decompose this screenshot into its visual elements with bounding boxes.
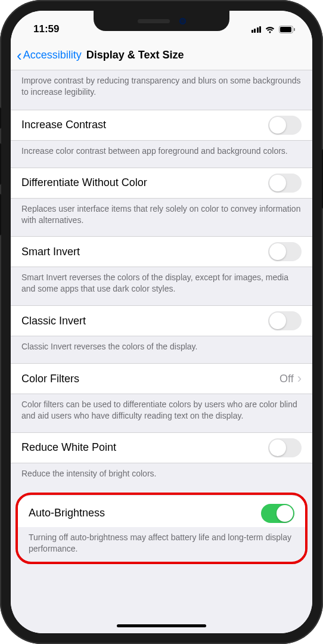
row-label: Auto-Brightness: [29, 507, 105, 519]
differentiate-without-color-toggle[interactable]: [268, 174, 302, 193]
row-footer: Increase color contrast between app fore…: [11, 141, 312, 168]
row-label: Color Filters: [21, 373, 79, 385]
classic-invert-row[interactable]: Classic Invert: [11, 305, 312, 336]
battery-icon: [279, 26, 296, 33]
row-label: Classic Invert: [21, 315, 86, 327]
volume-up-button: [0, 143, 1, 185]
row-value-text: Off: [279, 373, 294, 385]
svg-rect-2: [294, 28, 295, 31]
row-footer: Replaces user interface items that rely …: [11, 199, 312, 237]
row-footer: Classic Invert reverses the colors of th…: [11, 336, 312, 363]
row-footer: Reduce the intensity of bright colors.: [11, 463, 312, 490]
svg-rect-1: [280, 27, 291, 32]
status-time: 11:59: [33, 23, 59, 35]
page-title: Display & Text Size: [86, 49, 184, 61]
chevron-left-icon: ‹: [17, 48, 22, 63]
settings-list[interactable]: Improve contrast by reducing transparenc…: [11, 70, 312, 633]
group-footer: Improve contrast by reducing transparenc…: [11, 70, 312, 110]
reduce-white-point-toggle[interactable]: [268, 438, 302, 457]
row-footer: Smart Invert reverses the colors of the …: [11, 267, 312, 305]
row-value: Off ›: [279, 371, 302, 386]
increase-contrast-toggle[interactable]: [268, 116, 302, 135]
earpiece-speaker: [138, 19, 170, 23]
reduce-white-point-row[interactable]: Reduce White Point: [11, 432, 312, 463]
cellular-signal-icon: [251, 26, 262, 33]
color-filters-row[interactable]: Color Filters Off ›: [11, 363, 312, 394]
front-camera: [179, 18, 186, 24]
differentiate-without-color-row[interactable]: Differentiate Without Color: [11, 168, 312, 199]
row-label: Increase Contrast: [21, 119, 106, 131]
smart-invert-row[interactable]: Smart Invert: [11, 236, 312, 267]
home-indicator[interactable]: [117, 624, 206, 627]
back-button[interactable]: ‹ Accessibility: [17, 48, 82, 63]
auto-brightness-toggle[interactable]: [261, 504, 294, 523]
row-footer: Turning off auto-brightness may affect b…: [18, 527, 305, 561]
mute-switch: [0, 107, 1, 129]
status-icons: [251, 26, 296, 33]
increase-contrast-row[interactable]: Increase Contrast: [11, 110, 312, 141]
row-label: Differentiate Without Color: [21, 177, 147, 189]
smart-invert-toggle[interactable]: [268, 242, 302, 261]
back-label: Accessibility: [23, 49, 82, 61]
row-label: Smart Invert: [21, 246, 80, 258]
nav-bar: ‹ Accessibility Display & Text Size: [11, 41, 312, 70]
phone-frame: 11:59 ‹ Accessibility Display & Text Siz…: [0, 0, 323, 644]
wifi-icon: [265, 26, 275, 33]
volume-down-button: [0, 194, 1, 236]
auto-brightness-row[interactable]: Auto-Brightness: [18, 496, 305, 527]
chevron-right-icon: ›: [297, 371, 302, 386]
highlight-annotation: Auto-Brightness Turning off auto-brightn…: [15, 493, 308, 564]
row-footer: Color filters can be used to differentia…: [11, 394, 312, 432]
notch: [94, 11, 229, 31]
row-label: Reduce White Point: [21, 441, 116, 454]
screen: 11:59 ‹ Accessibility Display & Text Siz…: [11, 11, 312, 633]
classic-invert-toggle[interactable]: [268, 311, 302, 330]
